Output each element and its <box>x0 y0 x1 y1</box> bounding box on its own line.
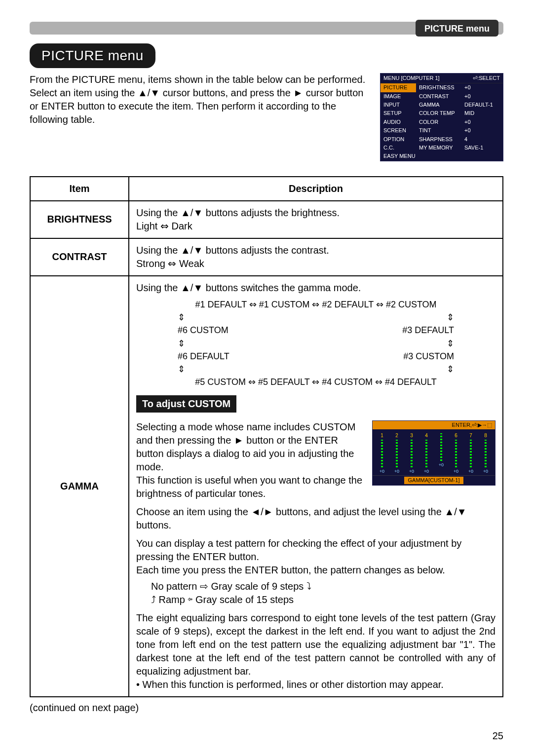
desc-line: Light ⇔ Dark <box>136 220 495 233</box>
cycle-line: #6 CUSTOM <box>178 324 228 336</box>
osd-mid-item: COLOR <box>416 118 461 126</box>
gamma-osd-footer: GAMMA[CUSTOM-1] <box>404 477 464 484</box>
gamma-subhead: To adjust CUSTOM <box>136 395 236 413</box>
up-down-icon: ⇕ <box>178 311 185 323</box>
osd-right-item: DEFAULT-1 <box>461 101 503 109</box>
bar-val: +0 <box>390 468 403 474</box>
osd-right-item: +0 <box>461 126 503 135</box>
osd-right-item: MID <box>461 109 503 117</box>
osd-left-item: SCREEN <box>381 126 416 135</box>
eq-bar <box>425 440 427 467</box>
osd-left-item: AUDIO <box>381 118 416 126</box>
osd-left-item: C.C. <box>381 144 416 152</box>
bar-val: +0 <box>435 462 448 468</box>
breadcrumb: PICTURE menu <box>416 20 498 37</box>
bar-num: 3 <box>405 432 418 439</box>
osd-right-item: +0 <box>461 118 503 126</box>
up-down-icon: ⇕ <box>178 363 185 375</box>
up-down-icon: ⇕ <box>447 338 454 349</box>
eq-bar <box>470 440 472 467</box>
settings-table: Item Description BRIGHTNESS Using the ▲/… <box>30 176 503 697</box>
osd-left-item: IMAGE <box>381 92 416 101</box>
section-title: PICTURE menu <box>30 43 155 68</box>
eq-bar <box>485 440 487 467</box>
item-desc: Using the ▲/▼ buttons switches the gamma… <box>129 276 503 697</box>
pattern-cycle: No pattern ⇨ Gray scale of 9 steps ⤵ ⤴ R… <box>151 580 495 606</box>
cycle-line: #3 CUSTOM <box>403 350 454 362</box>
cycle-line: ⤴ Ramp ⇦ Gray scale of 15 steps <box>151 593 495 606</box>
gamma-osd-screenshot: ENTER,⏎:▶→⬚ 1+0 2+0 3+0 4+0 +0 6+0 7+0 8… <box>372 420 495 486</box>
osd-mid-item: SHARPNESS <box>416 135 461 144</box>
osd-mid-item: GAMMA <box>416 101 461 109</box>
continued-note: (continued on next page) <box>30 701 503 715</box>
desc-line: You can display a test pattern for check… <box>136 537 495 577</box>
cycle-line: #3 DEFAULT <box>402 324 454 336</box>
osd-mid-item: BRIGHTNESS <box>416 83 461 92</box>
desc-line: The eight equalizing bars correspond to … <box>136 611 495 678</box>
item-name: GAMMA <box>30 276 129 697</box>
bar-val: +0 <box>376 468 388 474</box>
table-row: GAMMA Using the ▲/▼ buttons switches the… <box>30 276 503 697</box>
bar-num: 7 <box>464 432 477 439</box>
osd-select-label: ⏎:SELECT <box>473 75 500 82</box>
cycle-line: No pattern ⇨ Gray scale of 9 steps ⤵ <box>151 580 495 593</box>
osd-right-item: +0 <box>461 83 503 92</box>
table-row: CONTRAST Using the ▲/▼ buttons adjusts t… <box>30 238 503 276</box>
osd-left-item: INPUT <box>381 101 416 109</box>
osd-mid-item: TINT <box>416 126 461 135</box>
osd-mid-item: CONTRAST <box>416 92 461 101</box>
cycle-line: #1 DEFAULT ⇔ #1 CUSTOM ⇔ #2 DEFAULT ⇔ #2… <box>136 299 495 310</box>
bar-num: 2 <box>390 432 403 439</box>
bar-val: +0 <box>479 468 492 474</box>
eq-bar <box>411 440 413 467</box>
cycle-line: #6 DEFAULT <box>178 350 229 362</box>
osd-right-item: 4 <box>461 135 503 144</box>
desc-line: Strong ⇔ Weak <box>136 257 495 270</box>
osd-mid-item: COLOR TEMP <box>416 109 461 117</box>
eq-bar <box>440 433 442 461</box>
bar-num: 6 <box>450 432 462 439</box>
up-down-icon: ⇕ <box>447 363 454 375</box>
osd-left-item: SETUP <box>381 109 416 117</box>
osd-screenshot: MENU [COMPUTER 1] ⏎:SELECT PICTURE IMAGE… <box>380 73 503 161</box>
item-name: CONTRAST <box>30 238 129 276</box>
gamma-osd-header: ENTER,⏎:▶→⬚ <box>373 421 495 429</box>
eq-bar <box>396 440 398 467</box>
header-bar: PICTURE menu <box>30 20 503 37</box>
cycle-line: #5 CUSTOM ⇔ #5 DEFAULT ⇔ #4 CUSTOM ⇔ #4 … <box>136 376 495 388</box>
bar-val: +0 <box>464 468 477 474</box>
eq-bar <box>381 440 383 467</box>
desc-line: Using the ▲/▼ buttons adjusts the contra… <box>136 244 495 257</box>
osd-right-item: SAVE-1 <box>461 144 503 152</box>
osd-menu-label: MENU [COMPUTER 1] <box>383 75 440 82</box>
up-down-icon: ⇕ <box>178 338 185 349</box>
desc-line: Using the ▲/▼ buttons switches the gamma… <box>136 281 495 295</box>
desc-line: Choose an item using the ◄/► buttons, an… <box>136 505 495 532</box>
col-header-desc: Description <box>129 177 503 201</box>
col-header-item: Item <box>30 177 129 201</box>
item-desc: Using the ▲/▼ buttons adjusts the bright… <box>129 201 503 238</box>
osd-right-item: +0 <box>461 92 503 101</box>
gamma-cycle: #1 DEFAULT ⇔ #1 CUSTOM ⇔ #2 DEFAULT ⇔ #2… <box>136 299 495 388</box>
bar-num: 1 <box>376 432 388 439</box>
desc-note: • When this function is performed, lines… <box>136 678 495 691</box>
osd-left-item: PICTURE <box>381 83 416 92</box>
item-name: BRIGHTNESS <box>30 201 129 238</box>
table-row: BRIGHTNESS Using the ▲/▼ buttons adjusts… <box>30 201 503 238</box>
item-desc: Using the ▲/▼ buttons adjusts the contra… <box>129 238 503 276</box>
osd-mid-item: MY MEMORY <box>416 144 461 152</box>
bar-val: +0 <box>450 468 462 474</box>
bar-num: 4 <box>420 432 433 439</box>
bar-val: +0 <box>420 468 433 474</box>
intro-paragraph: From the PICTURE menu, items shown in th… <box>30 73 370 126</box>
desc-line: Using the ▲/▼ buttons adjusts the bright… <box>136 206 495 220</box>
bar-num: 8 <box>479 432 492 439</box>
osd-left-item: OPTION <box>381 135 416 144</box>
osd-left-item: EASY MENU <box>381 152 416 160</box>
up-down-icon: ⇕ <box>447 311 454 323</box>
eq-bar <box>455 440 457 467</box>
bar-val: +0 <box>405 468 418 474</box>
page-number: 25 <box>30 729 503 743</box>
